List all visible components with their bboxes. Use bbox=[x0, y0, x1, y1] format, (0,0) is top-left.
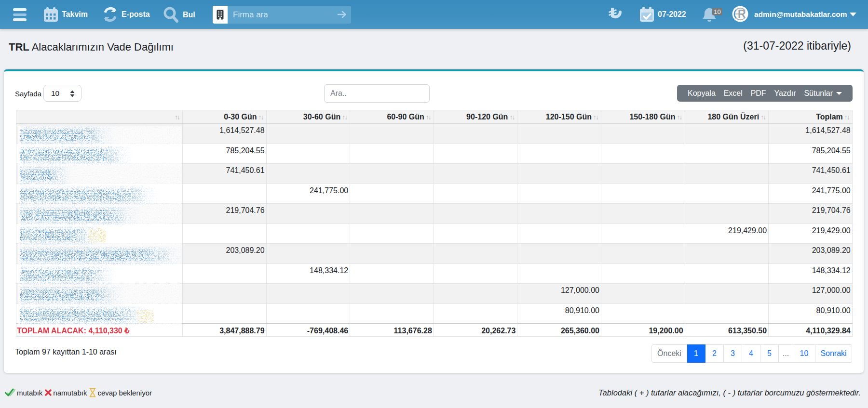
svg-text:R: R bbox=[738, 8, 746, 20]
